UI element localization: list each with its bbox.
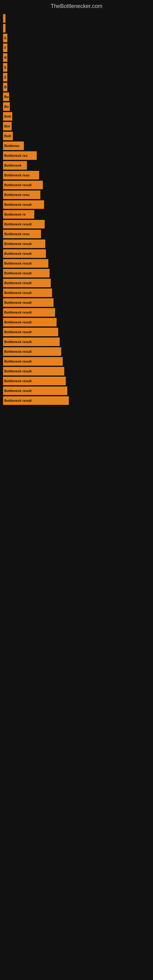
bar-label: Bott	[4, 134, 11, 138]
site-title: TheBottlenecker.com	[0, 0, 153, 11]
bar-label: Bottleneck resu	[4, 193, 30, 197]
bar-label: Bottleneck resu	[4, 173, 30, 177]
bar-label: Bottleneck result	[4, 379, 32, 383]
bar-label: Bottleneck result	[4, 389, 32, 393]
bar-label: F	[4, 46, 6, 49]
bars-container: EFBEEBBoBoBottBotBottBottlenecBottleneck…	[0, 11, 153, 409]
bar-row: Bottleneck result	[3, 318, 153, 326]
bar-row: Bottleneck result	[3, 396, 153, 405]
bar: E	[3, 63, 7, 72]
bar-row: Bottleneck result	[3, 308, 153, 317]
bar: Bottleneck res	[3, 151, 37, 160]
bar-row: Bottleneck result	[3, 249, 153, 258]
site-title-container: TheBottlenecker.com	[0, 0, 153, 11]
bar: Bottleneck result	[3, 259, 48, 268]
bar	[3, 14, 5, 23]
bar: Bottleneck result	[3, 387, 67, 395]
bar: Bottleneck result	[3, 396, 69, 405]
bar-label: Bottleneck result	[4, 320, 32, 324]
bar: Bottleneck re	[3, 210, 34, 219]
bar-label: Bottleneck result	[4, 360, 32, 363]
bar-row: Bott	[3, 132, 153, 140]
bar-label: B	[4, 85, 7, 89]
bar: Bottleneck resu	[3, 230, 41, 238]
bar: Bottleneck result	[3, 181, 43, 189]
bar-row: Bottleneck resu	[3, 230, 153, 238]
bar: Bottleneck result	[3, 377, 66, 385]
bar-row: Bottleneck re	[3, 210, 153, 219]
bar-label: Bottleneck res	[4, 154, 27, 158]
bar: Bottleneck result	[3, 220, 45, 229]
bar-label: Bot	[4, 124, 10, 128]
bar-row: B	[3, 53, 153, 62]
bar-label: Bottleneck re	[4, 213, 26, 216]
bar-row: Bottlenec	[3, 142, 153, 150]
bar: Bottleneck resu	[3, 171, 39, 180]
bar-label: Bottleneck result	[4, 340, 32, 344]
bar-label: Bottleneck resu	[4, 232, 30, 236]
bar-row: Bottleneck result	[3, 337, 153, 346]
bar-label: E	[4, 36, 6, 40]
bar-label: E	[4, 65, 6, 69]
bar-row: Bottleneck result	[3, 200, 153, 209]
bar-label: Bottleneck result	[4, 399, 32, 402]
bar: Bottleneck result	[3, 240, 45, 248]
bar: Bottleneck result	[3, 328, 58, 336]
bar: Bo	[3, 102, 10, 111]
bar: Bottleneck result	[3, 318, 57, 326]
bar-row: Bot	[3, 122, 153, 130]
bar: E	[3, 73, 7, 81]
bar-row: Bott	[3, 112, 153, 121]
bar-row: Bo	[3, 92, 153, 101]
bar-label: B	[4, 56, 7, 59]
bar-row: Bottleneck result	[3, 240, 153, 248]
bar-label: Bottleneck result	[4, 281, 32, 285]
bar-row: Bottleneck resu	[3, 191, 153, 199]
bar: Bottleneck result	[3, 249, 46, 258]
bar: E	[3, 34, 7, 42]
bar-row: Bottleneck result	[3, 220, 153, 229]
bar-label: Bottleneck result	[4, 222, 32, 226]
bar: Bottleneck result	[3, 288, 52, 297]
bar-row: Bottleneck	[3, 161, 153, 170]
bar-row: Bottleneck res	[3, 151, 153, 160]
bar-label: Bottleneck result	[4, 310, 32, 314]
bar-label: Bo	[4, 95, 9, 99]
bar: Bottleneck result	[3, 367, 64, 375]
bar-label: Bottleneck result	[4, 291, 32, 294]
bar-row: Bottleneck result	[3, 259, 153, 268]
bar-row: E	[3, 73, 153, 81]
bar-label: Bottleneck result	[4, 261, 32, 265]
bar-row: Bottleneck result	[3, 288, 153, 297]
bar: Bottleneck result	[3, 279, 51, 287]
bar-row	[3, 24, 153, 32]
bar-row	[3, 14, 153, 23]
bar-row: Bottleneck result	[3, 387, 153, 395]
bar	[3, 24, 5, 32]
bar-label: Bottleneck result	[4, 301, 32, 304]
bar: Bott	[3, 112, 12, 121]
bar: Bottleneck resu	[3, 191, 40, 199]
bar: Bo	[3, 92, 9, 101]
bar-row: Bottleneck result	[3, 181, 153, 189]
bar: Bottleneck	[3, 161, 27, 170]
bar-label: Bottleneck result	[4, 369, 32, 373]
bar-label: E	[4, 75, 6, 79]
bar-row: Bottleneck result	[3, 269, 153, 277]
bar-label: Bottleneck result	[4, 330, 32, 334]
bar-row: Bottleneck result	[3, 279, 153, 287]
bar: Bottleneck result	[3, 298, 54, 307]
bar-row: Bottleneck resu	[3, 171, 153, 180]
bar-row: Bottleneck result	[3, 328, 153, 336]
bar-label: Bottleneck result	[4, 271, 32, 275]
bar: Bottleneck result	[3, 269, 49, 277]
bar-row: Bottleneck result	[3, 347, 153, 356]
bar-label: Bo	[4, 105, 9, 108]
bar-label: Bottleneck result	[4, 252, 32, 255]
bar-label: Bottleneck result	[4, 203, 32, 207]
bar-row: Bottleneck result	[3, 357, 153, 366]
bar: Bottlenec	[3, 142, 24, 150]
bar-label: Bottleneck result	[4, 242, 32, 246]
bar: Bottleneck result	[3, 308, 55, 317]
bar-row: E	[3, 34, 153, 42]
